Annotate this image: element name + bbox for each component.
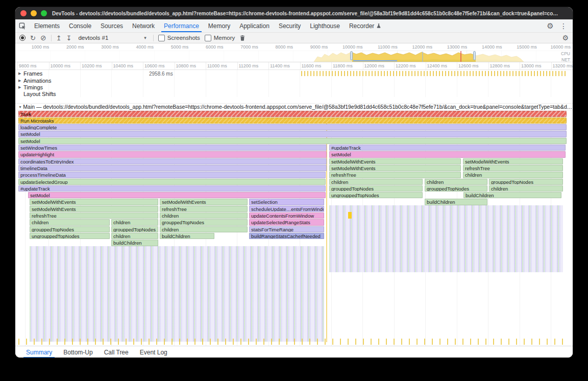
- flame-bar-children[interactable]: children: [111, 219, 158, 225]
- flame-bar-setmodel[interactable]: setModel: [18, 138, 567, 144]
- tab-elements[interactable]: Elements: [30, 19, 64, 32]
- overview-tick-label: 13000 ms: [436, 44, 467, 50]
- flame-bar-buildchildren[interactable]: buildChildren: [425, 199, 487, 205]
- flame-bar-setwindowtimes[interactable]: setWindowTimes: [18, 145, 327, 151]
- flame-bar-grouppedtopnodes[interactable]: grouppedTopNodes: [489, 179, 563, 185]
- flame-bar-processtimelinedata[interactable]: processTimelineData: [18, 172, 326, 178]
- flame-bar-coordinatestoentryindex[interactable]: coordinatesToEntryIndex: [18, 158, 327, 164]
- flame-bar-grouppedtopnodes[interactable]: grouppedTopNodes: [30, 226, 110, 232]
- flame-bar-children[interactable]: children: [160, 212, 248, 219]
- flame-bar-grouppedtopnodes[interactable]: grouppedTopNodes: [425, 185, 487, 192]
- detail-tab-call-tree[interactable]: Call Tree: [99, 346, 134, 358]
- screenshots-checkbox[interactable]: Screenshots: [158, 35, 200, 41]
- tab-application[interactable]: Application: [235, 19, 274, 32]
- record-button[interactable]: [19, 35, 26, 41]
- close-button[interactable]: [20, 10, 27, 16]
- flame-bar-ungrouppedtopnodes[interactable]: ungrouppedTopNodes: [329, 192, 423, 198]
- flame-bar-updateselectedrangestats[interactable]: updateSelectedRangeStats: [249, 219, 324, 225]
- timeline-overview[interactable]: 1000 ms2000 ms3000 ms4000 ms5000 ms6000 …: [15, 43, 573, 62]
- tab-recorder[interactable]: Recorder: [345, 19, 386, 32]
- flame-bar-setmodelwithevents[interactable]: setModelWithEvents: [160, 199, 248, 205]
- detail-tab-event-log[interactable]: Event Log: [134, 346, 173, 358]
- flame-bar-setmodel[interactable]: setModel: [28, 192, 326, 198]
- tab-memory[interactable]: Memory: [204, 19, 235, 32]
- ruler-tick-label: 10800 ms: [176, 63, 197, 68]
- track-label: Frames: [23, 70, 42, 77]
- track-row-timings[interactable]: ▶Timings: [15, 84, 573, 90]
- flame-bar-ungrouppedtopnodes[interactable]: ungrouppedTopNodes: [30, 233, 110, 239]
- chevron-expanded-icon: ▼: [18, 105, 23, 109]
- flame-bar-updatetrack[interactable]: #updateTrack: [329, 145, 566, 151]
- flame-bar-refreshtree[interactable]: refreshTree: [30, 212, 158, 219]
- profile-select[interactable]: devtools #1 ▾: [76, 35, 148, 41]
- settings-gear-icon[interactable]: ⚙: [544, 20, 556, 32]
- flame-texture-yticks: [18, 339, 567, 345]
- track-row-layout-shifts[interactable]: Layout Shifts: [15, 90, 573, 97]
- flame-bar-buildchildren[interactable]: buildChildren: [160, 233, 214, 239]
- flame-bar-refreshtree[interactable]: refreshTree: [329, 172, 461, 178]
- flame-bar-updatetrack[interactable]: #updateTrack: [18, 185, 326, 192]
- zoom-button[interactable]: [41, 10, 47, 16]
- cpu-track-label: CPU: [561, 51, 570, 56]
- more-options-icon[interactable]: ⋮: [557, 20, 570, 32]
- flame-bar-buildchildren[interactable]: buildChildren: [111, 240, 158, 246]
- flame-bar-setmodelwithevents[interactable]: setModelWithEvents: [463, 158, 563, 164]
- tab-security[interactable]: Security: [274, 19, 305, 32]
- reload-and-record-icon[interactable]: ↻: [30, 35, 36, 41]
- flame-chart[interactable]: TaskRun MicrotasksloadingCompletesetMode…: [15, 110, 573, 346]
- tab-performance[interactable]: Performance: [159, 19, 204, 32]
- window-right-handle[interactable]: [473, 51, 476, 60]
- flame-bar-setmodelwithevents[interactable]: setModelWithEvents: [30, 206, 158, 212]
- flame-bar-grouppedtopnodes[interactable]: grouppedTopNodes: [111, 226, 158, 232]
- flame-bar-children[interactable]: children: [425, 179, 487, 185]
- flame-bar-buildchildren[interactable]: buildChildren: [463, 192, 561, 198]
- flame-bar-statsfortimerange[interactable]: statsForTimeRange: [249, 226, 324, 232]
- flame-bar-setmodel[interactable]: setModel: [329, 151, 566, 157]
- flame-bar-refreshtree[interactable]: refreshTree: [463, 165, 563, 171]
- flame-bar-children[interactable]: children: [160, 226, 248, 232]
- tab-lighthouse[interactable]: Lighthouse: [305, 19, 345, 32]
- save-profile-icon[interactable]: ↧: [66, 35, 72, 41]
- ruler-tick: [143, 62, 143, 69]
- flame-bar-updatehighlight[interactable]: updateHighlight: [18, 151, 327, 157]
- flame-bar-setmodelwithevents[interactable]: setModelWithEvents: [329, 165, 461, 171]
- flame-bar-task[interactable]: Task: [18, 111, 567, 117]
- clear-recording-icon[interactable]: ⊘: [40, 34, 46, 41]
- ruler-tick: [175, 62, 175, 69]
- window-left-handle[interactable]: [350, 51, 353, 60]
- tab-sources[interactable]: Sources: [96, 19, 128, 32]
- ruler-tick: [17, 62, 18, 69]
- track-row-animations[interactable]: ▶Animations: [15, 77, 573, 84]
- flame-bar-children[interactable]: children: [489, 185, 563, 192]
- flame-bar-children[interactable]: children: [111, 233, 158, 239]
- flame-bar-children[interactable]: children: [30, 219, 110, 225]
- detail-tab-summary[interactable]: Summary: [20, 346, 58, 358]
- detail-tab-bottom-up[interactable]: Bottom-Up: [58, 346, 98, 358]
- flame-bar-loadingcomplete[interactable]: loadingComplete: [18, 124, 567, 130]
- flame-bar-children[interactable]: children: [329, 179, 423, 185]
- main-thread-header[interactable]: ▼ Main — devtools://devtools/bundled/dev…: [15, 103, 573, 110]
- flame-bar-setmodelwithevents[interactable]: setModelWithEvents: [329, 158, 461, 164]
- flame-bar-updatecontentsfromwindow[interactable]: updateContentsFromWindow: [249, 212, 324, 219]
- capture-settings-gear-icon[interactable]: ⚙: [562, 34, 569, 41]
- track-row-frames[interactable]: ▶Frames2958.6 ms: [15, 70, 573, 77]
- flame-bar-grouppedtopnodes[interactable]: grouppedTopNodes: [329, 185, 423, 192]
- flame-bar-run-microtasks[interactable]: Run Microtasks: [18, 117, 567, 124]
- flame-bar-grouppedtopnodes[interactable]: grouppedTopNodes: [160, 219, 248, 225]
- flame-bar-setmodelwithevents[interactable]: setModelWithEvents: [30, 199, 158, 205]
- flame-bar-buildrangestatscacheifneeded[interactable]: buildRangeStatsCacheIfNeeded: [249, 233, 324, 239]
- tab-network[interactable]: Network: [128, 19, 159, 32]
- flame-bar-refreshtree[interactable]: refreshTree: [160, 206, 248, 212]
- flame-bar-timelinedata[interactable]: timelineData: [18, 165, 327, 171]
- inspect-element-button[interactable]: [15, 19, 30, 32]
- flame-bar-scheduleupdate-entsfromwindow[interactable]: scheduleUpdate…entsFromWindow: [249, 206, 324, 212]
- minimize-button[interactable]: [31, 10, 37, 16]
- flame-bar-children[interactable]: children: [463, 172, 563, 178]
- trash-icon[interactable]: [239, 35, 246, 41]
- flame-bar-setmodel[interactable]: setModel: [18, 131, 567, 137]
- tab-console[interactable]: Console: [64, 19, 96, 32]
- flame-bar-updateselectedgroup[interactable]: updateSelectedGroup: [18, 179, 326, 185]
- flame-bar-setselection[interactable]: setSelection: [249, 199, 324, 205]
- memory-checkbox[interactable]: Memory: [205, 35, 235, 41]
- load-profile-icon[interactable]: ↥: [56, 35, 62, 41]
